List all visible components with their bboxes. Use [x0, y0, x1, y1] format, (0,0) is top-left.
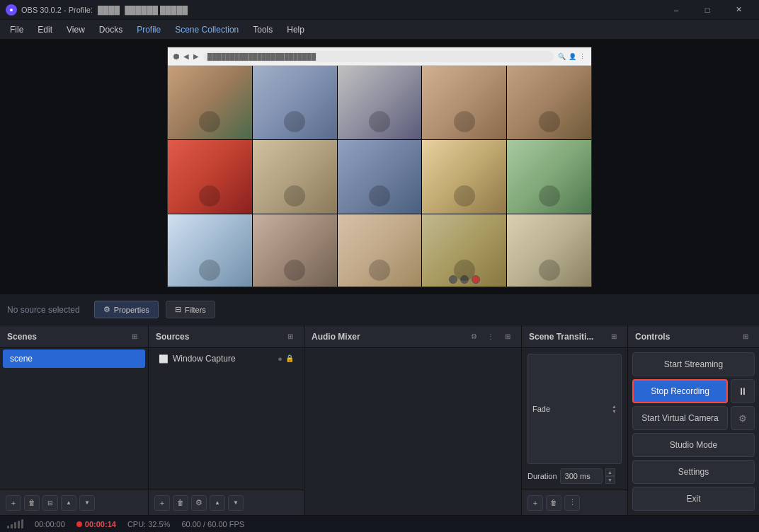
main-container: ◀ ▶ ████████████████████████ 🔍 👤 ⋮ [0, 40, 759, 532]
video-cell-14 [422, 214, 506, 287]
browser-url-bar[interactable]: ████████████████████████ [203, 51, 554, 62]
transition-type-select[interactable]: Fade ▲ ▼ [527, 354, 622, 464]
scenes-filter-button[interactable]: ⊟ [42, 495, 58, 511]
scenes-body: scene [0, 348, 148, 490]
browser-zoom: 🔍 [558, 53, 566, 60]
video-cell-3 [338, 66, 422, 139]
sources-maximize-button[interactable]: ⊞ [284, 330, 297, 343]
maximize-button[interactable]: □ [692, 0, 722, 20]
window-capture-icon: ⬜ [159, 354, 169, 364]
start-virtual-camera-button[interactable]: Start Virtual Camera [632, 406, 728, 430]
fps-display: 60.00 / 60.00 FPS [181, 520, 244, 528]
source-lock-button[interactable]: 🔒 [285, 354, 294, 363]
video-cell-8 [338, 140, 422, 214]
audio-maximize-button[interactable]: ⊞ [501, 330, 514, 343]
signal-bar-5 [21, 519, 23, 528]
transitions-remove-button[interactable]: 🗑 [546, 495, 561, 511]
exit-button[interactable]: Exit [632, 487, 755, 511]
source-item-actions: ● 🔒 [278, 354, 294, 363]
transitions-add-button[interactable]: + [527, 495, 543, 511]
audio-body [304, 348, 521, 515]
scenes-add-button[interactable]: + [6, 495, 21, 511]
sources-remove-button[interactable]: 🗑 [173, 495, 188, 511]
vc-btn-end [472, 275, 480, 284]
duration-down-button[interactable]: ▼ [605, 476, 615, 484]
transitions-header: Scene Transiti... ⊞ [522, 325, 627, 348]
video-cell-15 [507, 214, 591, 287]
video-cell-1 [168, 66, 252, 139]
sources-up-button[interactable]: ▲ [210, 495, 225, 511]
video-cell-7 [253, 140, 337, 214]
menu-help[interactable]: Help [280, 22, 312, 37]
close-button[interactable]: ✕ [724, 0, 753, 20]
duration-label: Duration [527, 472, 557, 480]
filters-button[interactable]: ⊟ Filters [166, 301, 215, 318]
start-streaming-button[interactable]: Start Streaming [632, 352, 755, 376]
browser-menu[interactable]: ⋮ [579, 53, 586, 60]
video-cell-11 [168, 214, 252, 287]
video-cell-2 [253, 66, 337, 139]
scenes-title: Scenes [7, 332, 124, 342]
menu-tools[interactable]: Tools [246, 22, 280, 37]
scenes-footer: + 🗑 ⊟ ▲ ▼ [0, 490, 148, 515]
sources-down-button[interactable]: ▼ [228, 495, 244, 511]
minimize-button[interactable]: – [661, 0, 691, 20]
browser-profile: 👤 [569, 53, 576, 60]
duration-up-button[interactable]: ▲ [605, 468, 615, 476]
signal-bar-4 [18, 521, 20, 528]
scene-item-scene[interactable]: scene [3, 349, 145, 368]
menu-view[interactable]: View [59, 22, 92, 37]
video-cell-13 [338, 214, 422, 287]
arrow-down-icon: ▼ [233, 499, 239, 506]
docks-row: Scenes ⊞ scene + 🗑 ⊟ [0, 325, 759, 515]
sources-settings-button[interactable]: ⚙ [191, 495, 207, 511]
menu-edit[interactable]: Edit [30, 22, 59, 37]
browser-forward[interactable]: ▶ [193, 52, 199, 60]
audio-menu-button[interactable]: ⋮ [484, 330, 497, 343]
transitions-maximize-button[interactable]: ⊞ [607, 330, 620, 343]
pause-recording-button[interactable]: ⏸ [731, 379, 755, 403]
source-item-label: Window Capture [173, 354, 236, 364]
transitions-title: Scene Transiti... [529, 332, 603, 342]
virtual-camera-row: Start Virtual Camera ⚙ [632, 406, 755, 430]
controls-content: Start Streaming Stop Recording ⏸ Start V… [628, 348, 759, 515]
audio-settings-button[interactable]: ⚙ [467, 330, 480, 343]
video-cell-12 [253, 214, 337, 287]
scenes-up-button[interactable]: ▲ [61, 495, 76, 511]
studio-mode-button[interactable]: Studio Mode [632, 433, 755, 457]
menu-scene-collection[interactable]: Scene Collection [168, 22, 246, 37]
virtual-camera-settings-button[interactable]: ⚙ [731, 406, 755, 430]
arrow-down-icon: ▼ [84, 499, 90, 506]
stop-recording-button[interactable]: Stop Recording [632, 379, 728, 403]
signal-bar-3 [14, 522, 16, 528]
titlebar: ● OBS 30.0.2 - Profile: ████ ██████ ████… [0, 0, 759, 20]
sources-add-button[interactable]: + [154, 495, 170, 511]
transitions-menu-button[interactable]: ⋮ [564, 495, 580, 511]
sources-header: Sources ⊞ [149, 325, 304, 348]
filter-icon-sm: ⊟ [47, 499, 53, 507]
cpu-usage: CPU: 32.5% [127, 520, 171, 528]
duration-input[interactable]: 300 ms [560, 468, 603, 484]
vc-btn-1 [449, 275, 457, 284]
browser-bar: ◀ ▶ ████████████████████████ 🔍 👤 ⋮ [168, 47, 591, 66]
source-visibility-button[interactable]: ● [278, 354, 283, 363]
window-title: OBS 30.0.2 - Profile: ████ ██████ █████ [21, 6, 661, 14]
properties-button[interactable]: ⚙ Properties [94, 301, 159, 318]
transitions-footer: + 🗑 ⋮ [522, 490, 627, 515]
source-item-window-capture[interactable]: ⬜ Window Capture ● 🔒 [152, 349, 301, 368]
menu-profile[interactable]: Profile [130, 22, 168, 37]
controls-maximize-button[interactable]: ⊞ [739, 330, 752, 343]
scenes-remove-button[interactable]: 🗑 [24, 495, 40, 511]
gear-icon: ⚙ [738, 413, 747, 424]
sources-body: ⬜ Window Capture ● 🔒 [149, 348, 304, 490]
browser-back[interactable]: ◀ [183, 52, 189, 60]
menu-file[interactable]: File [3, 22, 30, 37]
preview-window: ◀ ▶ ████████████████████████ 🔍 👤 ⋮ [167, 47, 592, 287]
arrow-up-icon: ▲ [66, 499, 72, 506]
rec-dot [76, 521, 82, 527]
settings-button[interactable]: Settings [632, 460, 755, 484]
statusbar: 00:00:00 00:00:14 CPU: 32.5% 60.00 / 60.… [0, 515, 759, 532]
scenes-down-button[interactable]: ▼ [79, 495, 95, 511]
menu-docks[interactable]: Docks [92, 22, 130, 37]
scenes-maximize-button[interactable]: ⊞ [128, 330, 141, 343]
